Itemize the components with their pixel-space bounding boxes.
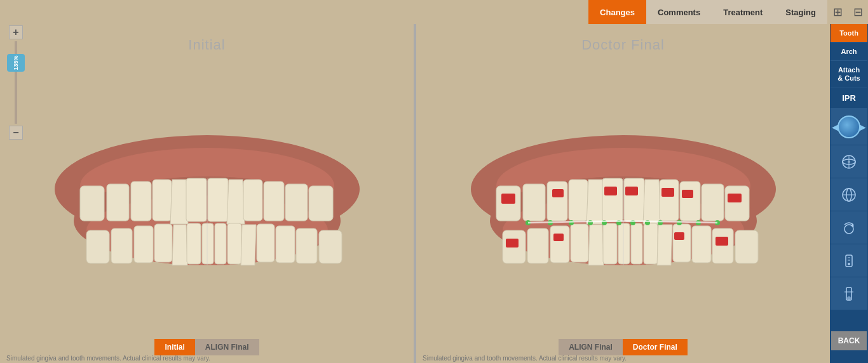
export-icon[interactable]: ⊞ (827, 2, 848, 22)
tab-comments[interactable]: Comments (646, 0, 712, 24)
top-navigation: Changes Comments Treatment Staging ⊞ ⊟ (588, 0, 868, 24)
right-panel: Doctor Final (415, 24, 830, 363)
svg-rect-43 (527, 228, 548, 263)
svg-rect-37 (624, 178, 644, 221)
ipr-view-button[interactable] (831, 277, 867, 310)
zoom-thumb[interactable]: 135% (7, 54, 25, 72)
svg-rect-12 (285, 184, 308, 221)
svg-rect-45 (571, 224, 588, 262)
svg-rect-52 (712, 228, 733, 263)
svg-rect-63 (674, 232, 684, 240)
zoom-out-button[interactable]: − (9, 126, 23, 140)
svg-rect-6 (131, 182, 151, 221)
svg-rect-33 (523, 184, 545, 221)
svg-rect-41 (725, 186, 749, 221)
svg-rect-64 (715, 237, 728, 246)
svg-rect-21 (227, 223, 241, 264)
arrow-left-icon[interactable]: ◀ (832, 122, 839, 132)
svg-rect-38 (660, 180, 679, 221)
svg-rect-51 (692, 226, 711, 263)
svg-rect-36 (602, 178, 623, 221)
svg-rect-40 (702, 184, 724, 221)
right-panel-label: Doctor Final (581, 37, 665, 53)
view-sphere (837, 116, 860, 138)
svg-rect-61 (506, 239, 519, 248)
svg-rect-22 (257, 224, 275, 262)
svg-rect-10 (243, 180, 262, 221)
doctor-final-button[interactable]: Doctor Final (623, 339, 688, 355)
align-final-button-left[interactable]: ALIGN Final (195, 339, 259, 355)
main-area: Initial (0, 24, 830, 363)
right-panel-disclaimer: Simulated gingiva and tooth movements. A… (423, 355, 627, 363)
svg-rect-7 (153, 180, 172, 221)
svg-rect-58 (661, 188, 674, 197)
svg-rect-15 (111, 228, 132, 263)
svg-rect-34 (547, 182, 567, 221)
svg-rect-50 (673, 224, 691, 262)
sidebar-attach-cuts-button[interactable]: Attach & Cuts (831, 61, 867, 88)
svg-rect-35 (569, 180, 588, 221)
svg-rect-13 (309, 186, 333, 221)
perspective-top-button[interactable] (831, 145, 867, 178)
svg-point-82 (848, 161, 850, 163)
right-sidebar: Tooth Arch Attach & Cuts IPR ◀ ▶ (830, 24, 868, 363)
left-panel-disclaimer: Simulated gingiva and tooth movements. A… (6, 355, 210, 363)
svg-rect-49 (644, 223, 658, 264)
svg-rect-57 (625, 187, 638, 195)
left-panel-label: Initial (188, 37, 225, 53)
svg-rect-46 (603, 223, 617, 264)
svg-point-91 (848, 263, 850, 265)
svg-rect-17 (154, 224, 172, 262)
zoom-track[interactable]: 135% (15, 41, 17, 124)
svg-rect-24 (296, 228, 317, 263)
svg-rect-5 (107, 184, 129, 221)
svg-rect-18 (187, 223, 201, 264)
svg-rect-39 (680, 182, 700, 221)
tab-staging[interactable]: Staging (774, 0, 827, 24)
left-panel: Initial (0, 24, 415, 363)
back-button[interactable]: BACK (831, 331, 867, 350)
svg-rect-23 (276, 226, 295, 263)
sidebar-tooth-button[interactable]: Tooth (831, 24, 867, 43)
svg-rect-53 (735, 230, 758, 263)
svg-rect-4 (80, 186, 104, 221)
svg-rect-54 (501, 194, 515, 204)
left-panel-bottom: Simulated gingiva and tooth movements. A… (0, 331, 414, 363)
doctor-final-teeth-view (458, 62, 789, 303)
svg-rect-16 (134, 226, 153, 263)
svg-rect-44 (550, 226, 569, 263)
svg-rect-25 (319, 230, 342, 263)
perspective-side-button[interactable] (831, 178, 867, 211)
view-direction-control: ◀ ▶ (831, 109, 867, 145)
svg-rect-8 (186, 178, 207, 221)
svg-rect-11 (264, 182, 284, 221)
zoom-control: + 135% − (6, 25, 25, 152)
tab-treatment[interactable]: Treatment (712, 0, 774, 24)
download-icon[interactable]: ⊟ (848, 2, 868, 22)
sidebar-ipr-button[interactable]: IPR (831, 88, 867, 109)
svg-rect-60 (682, 190, 693, 198)
zoom-in-button[interactable]: + (9, 25, 23, 39)
rotate-view-button[interactable] (831, 211, 867, 244)
right-panel-bottom: Simulated gingiva and tooth movements. A… (416, 331, 830, 363)
svg-point-94 (847, 296, 851, 300)
initial-button[interactable]: Initial (154, 339, 194, 355)
svg-rect-19 (202, 223, 214, 264)
svg-rect-20 (215, 223, 226, 264)
svg-rect-55 (552, 189, 564, 197)
initial-teeth-view (42, 62, 372, 303)
svg-rect-59 (728, 194, 742, 202)
attachment-view-button[interactable] (831, 244, 867, 277)
svg-rect-14 (86, 230, 109, 263)
align-final-button-right[interactable]: ALIGN Final (559, 339, 623, 355)
svg-rect-62 (553, 234, 564, 241)
svg-rect-9 (208, 178, 228, 221)
arrow-right-icon[interactable]: ▶ (859, 122, 866, 132)
tab-changes[interactable]: Changes (588, 0, 646, 24)
svg-rect-48 (631, 223, 642, 264)
svg-rect-47 (618, 223, 630, 264)
svg-rect-56 (604, 187, 617, 195)
sidebar-arch-button[interactable]: Arch (831, 43, 867, 61)
